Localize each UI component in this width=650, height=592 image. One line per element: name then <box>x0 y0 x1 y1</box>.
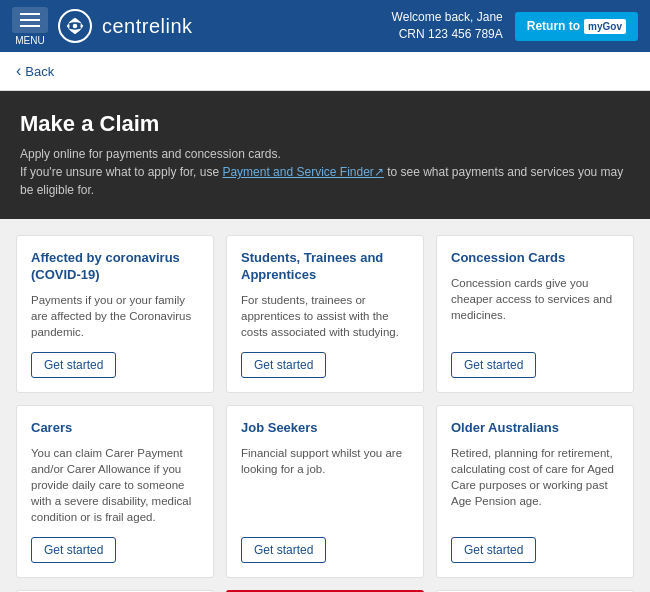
card-desc-students: For students, trainees or apprentices to… <box>241 292 409 340</box>
card-title-carers: Carers <box>31 420 199 437</box>
card-carers: CarersYou can claim Carer Payment and/or… <box>16 405 214 578</box>
hero-subtitle: Apply online for payments and concession… <box>20 145 630 163</box>
card-title-students: Students, Trainees and Apprentices <box>241 250 409 284</box>
welcome-text: Welcome back, Jane CRN 123 456 789A <box>392 9 503 43</box>
get-started-btn-jobseekers[interactable]: Get started <box>241 537 326 563</box>
card-desc-covid: Payments if you or your family are affec… <box>31 292 199 340</box>
svg-point-0 <box>73 24 78 29</box>
hero-body: If you're unsure what to apply for, use … <box>20 163 630 199</box>
page-title: Make a Claim <box>20 111 630 137</box>
get-started-btn-covid[interactable]: Get started <box>31 352 116 378</box>
return-to-mygov-button[interactable]: Return to myGov <box>515 12 638 41</box>
get-started-btn-carers[interactable]: Get started <box>31 537 116 563</box>
card-title-jobseekers: Job Seekers <box>241 420 409 437</box>
card-desc-carers: You can claim Carer Payment and/or Carer… <box>31 445 199 525</box>
app-header: MENU centrelink Welcome back, Jane CRN 1… <box>0 0 650 52</box>
get-started-btn-students[interactable]: Get started <box>241 352 326 378</box>
mygov-logo: myGov <box>584 19 626 34</box>
card-desc-older: Retired, planning for retirement, calcul… <box>451 445 619 525</box>
card-concession: Concession CardsConcession cards give yo… <box>436 235 634 393</box>
card-title-covid: Affected by coronavirus (COVID-19) <box>31 250 199 284</box>
hero-section: Make a Claim Apply online for payments a… <box>0 91 650 219</box>
card-students: Students, Trainees and ApprenticesFor st… <box>226 235 424 393</box>
nav-bar: Back <box>0 52 650 91</box>
payment-finder-link[interactable]: Payment and Service Finder↗ <box>222 165 383 179</box>
header-right: Welcome back, Jane CRN 123 456 789A Retu… <box>392 9 638 43</box>
brand-name: centrelink <box>102 15 193 38</box>
cards-grid: Affected by coronavirus (COVID-19)Paymen… <box>16 235 634 592</box>
card-desc-concession: Concession cards give you cheaper access… <box>451 275 619 340</box>
card-older: Older AustraliansRetired, planning for r… <box>436 405 634 578</box>
card-title-concession: Concession Cards <box>451 250 619 267</box>
card-desc-jobseekers: Financial support whilst you are looking… <box>241 445 409 525</box>
back-link[interactable]: Back <box>16 62 634 80</box>
header-left: MENU centrelink <box>12 7 193 46</box>
get-started-btn-older[interactable]: Get started <box>451 537 536 563</box>
get-started-btn-concession[interactable]: Get started <box>451 352 536 378</box>
menu-button[interactable] <box>12 7 48 33</box>
main-content: Affected by coronavirus (COVID-19)Paymen… <box>0 219 650 592</box>
centrelink-logo-icon <box>58 9 92 43</box>
card-jobseekers: Job SeekersFinancial support whilst you … <box>226 405 424 578</box>
card-title-older: Older Australians <box>451 420 619 437</box>
card-covid: Affected by coronavirus (COVID-19)Paymen… <box>16 235 214 393</box>
menu-label: MENU <box>15 35 44 46</box>
